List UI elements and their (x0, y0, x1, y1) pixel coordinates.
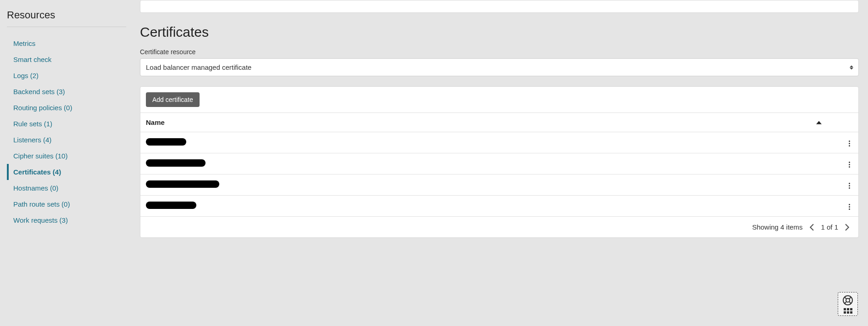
certificate-resource-select[interactable]: Load balancer managed certificate (140, 58, 859, 76)
sidebar-list: Metrics Smart check Logs (2) Backend set… (7, 35, 126, 228)
redacted-name (146, 202, 196, 209)
page-title: Certificates (140, 24, 859, 40)
add-certificate-button[interactable]: Add certificate (146, 92, 200, 107)
certificate-name-cell[interactable] (140, 174, 840, 196)
certificate-name-cell[interactable] (140, 196, 840, 217)
sidebar-item-cipher-suites[interactable]: Cipher suites (10) (7, 148, 126, 164)
sidebar-title: Resources (7, 9, 126, 27)
svg-line-5 (849, 302, 851, 304)
table-row (140, 174, 858, 196)
certificate-name-cell[interactable] (140, 153, 840, 174)
svg-line-2 (845, 297, 847, 299)
sidebar-item-path-route-sets[interactable]: Path route sets (0) (7, 196, 126, 212)
column-header-name-label: Name (146, 118, 165, 126)
certificate-resource-label: Certificate resource (140, 48, 859, 56)
row-actions-menu-icon[interactable] (846, 201, 853, 213)
svg-line-4 (845, 302, 847, 304)
column-header-name[interactable]: Name (140, 113, 840, 132)
pagination-prev-icon[interactable] (809, 224, 814, 231)
sort-asc-icon (816, 121, 822, 124)
table-row (140, 132, 858, 153)
table-row (140, 153, 858, 174)
detail-card-placeholder (140, 0, 859, 13)
row-actions-menu-icon[interactable] (846, 159, 853, 170)
sidebar-item-hostnames[interactable]: Hostnames (0) (7, 180, 126, 196)
certificates-table: Name (140, 113, 858, 217)
row-actions-menu-icon[interactable] (846, 138, 853, 149)
sidebar-divider (7, 27, 126, 27)
svg-line-3 (849, 297, 851, 299)
redacted-name (146, 138, 186, 146)
sidebar-item-routing-policies[interactable]: Routing policies (0) (7, 100, 126, 116)
certificate-name-cell[interactable] (140, 132, 840, 153)
certificates-panel: Add certificate Name (140, 86, 859, 238)
pagination-position: 1 of 1 (821, 223, 838, 231)
certificate-resource-select-value: Load balancer managed certificate (140, 58, 859, 76)
resources-sidebar: Resources Metrics Smart check Logs (2) B… (0, 0, 133, 256)
sidebar-item-work-requests[interactable]: Work requests (3) (7, 212, 126, 228)
sidebar-item-listeners[interactable]: Listeners (4) (7, 132, 126, 148)
sidebar-item-metrics[interactable]: Metrics (7, 35, 126, 51)
column-header-actions (840, 113, 858, 132)
table-row (140, 196, 858, 217)
pagination-showing: Showing 4 items (752, 223, 802, 231)
pagination-next-icon[interactable] (845, 224, 850, 231)
main-content: Certificates Certificate resource Load b… (133, 0, 868, 256)
sidebar-item-smart-check[interactable]: Smart check (7, 51, 126, 67)
row-actions-menu-icon[interactable] (846, 180, 853, 191)
sidebar-item-certificates[interactable]: Certificates (4) (7, 164, 126, 180)
svg-point-1 (846, 298, 850, 302)
help-icon[interactable] (842, 294, 854, 306)
sidebar-item-backend-sets[interactable]: Backend sets (3) (7, 84, 126, 100)
apps-grid-icon[interactable] (844, 308, 852, 314)
redacted-name (146, 159, 206, 167)
sidebar-item-logs[interactable]: Logs (2) (7, 67, 126, 84)
floating-toolbar (838, 292, 858, 316)
redacted-name (146, 180, 219, 188)
sidebar-item-rule-sets[interactable]: Rule sets (1) (7, 116, 126, 132)
panel-toolbar: Add certificate (140, 87, 858, 113)
pagination: Showing 4 items 1 of 1 (140, 217, 858, 237)
